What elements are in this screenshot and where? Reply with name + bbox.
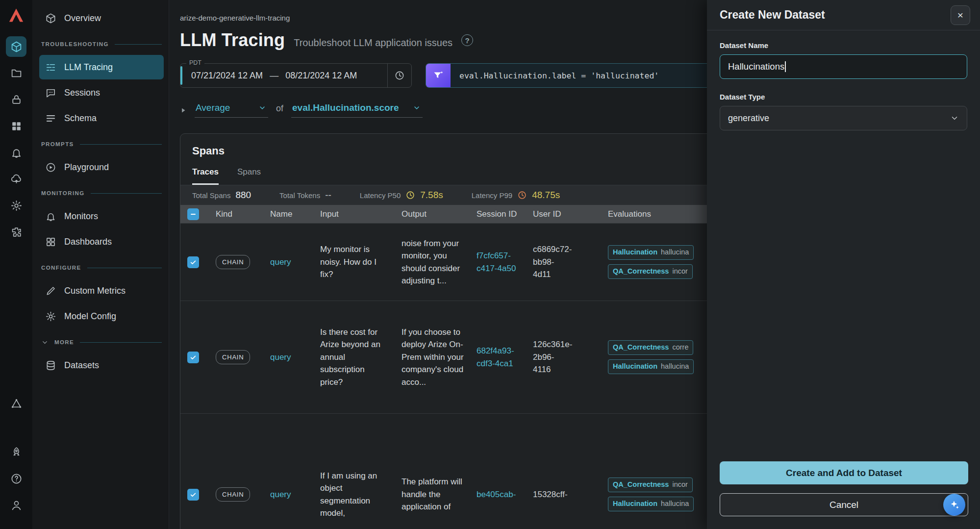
table-row[interactable]: CHAIN query If I am using an object segm… (180, 413, 792, 529)
sidebar-item-label: Playground (64, 162, 109, 173)
sidebar-item-datasets[interactable]: Datasets (39, 353, 164, 378)
sidebar-section-more[interactable]: MORE (39, 331, 164, 353)
of-label: of (276, 103, 283, 118)
time-settings-button[interactable] (388, 64, 411, 87)
metric-field-dropdown[interactable]: eval.Hallucination.score (291, 102, 423, 118)
kind-badge: CHAIN (216, 487, 250, 502)
column-header-session-id[interactable]: Session ID (477, 208, 533, 221)
chevron-down-icon (950, 114, 959, 123)
sidebar-section-configure: CONFIGURE (39, 257, 164, 278)
row-checkbox[interactable] (187, 256, 199, 268)
sidebar-item-schema[interactable]: Schema (39, 106, 164, 130)
filter-query-text[interactable]: eval.Hallucination.label = 'hallucinated… (451, 71, 659, 80)
sidebar-item-llm-tracing[interactable]: LLM Tracing (39, 55, 164, 79)
evaluation-badge[interactable]: Hallucinationhallucina (608, 497, 694, 511)
sidebar-item-label: Sessions (64, 88, 100, 98)
sidebar-item-overview[interactable]: Overview (39, 6, 164, 30)
user-id-cell: 15328cff- (533, 490, 568, 499)
sidebar-item-dashboards[interactable]: Dashboards (39, 229, 164, 254)
session-id-link[interactable]: f7cfc657- c417-4a50 (477, 251, 516, 273)
folder-icon (10, 67, 23, 79)
sidebar: Overview TROUBLESHOOTING LLM Tracing Ses… (32, 0, 169, 529)
bell-icon (10, 147, 23, 159)
schema-icon (45, 113, 56, 124)
pencil-icon (45, 285, 56, 297)
collapse-caret-icon[interactable] (180, 107, 187, 114)
help-circle-icon[interactable]: ? (461, 34, 473, 46)
close-icon[interactable]: × (951, 5, 970, 25)
session-id-link[interactable]: 682f4a93- cdf3-4ca1 (477, 346, 514, 368)
evaluation-badge[interactable]: QA_Correctnesscorre (608, 340, 693, 355)
column-header-user-id[interactable]: User ID (533, 208, 608, 221)
span-name-link[interactable]: query (270, 257, 291, 267)
evaluation-badge[interactable]: Hallucinationhallucina (608, 359, 694, 374)
dataset-name-input[interactable]: Hallucinations (720, 54, 967, 79)
date-range-end[interactable]: 08/21/2024 12 AM (285, 71, 357, 81)
trace-icon (45, 62, 56, 73)
sidebar-item-sessions[interactable]: Sessions (39, 80, 164, 105)
sidebar-item-model-config[interactable]: Model Config (39, 304, 164, 328)
input-cell: Is there cost for Arize beyond an annual… (320, 326, 383, 389)
column-header-input[interactable]: Input (320, 208, 402, 221)
arize-logo[interactable] (8, 7, 25, 24)
package-icon (10, 41, 23, 53)
chat-icon (45, 87, 56, 99)
create-dataset-drawer: Create New Dataset × Dataset Name Halluc… (707, 0, 980, 529)
rail-item-deploy[interactable] (6, 169, 26, 189)
kind-badge: CHAIN (216, 350, 250, 365)
rail-item-help[interactable] (6, 468, 26, 489)
spans-panel: Spans Traces Spans Total Spans 880 Total… (180, 133, 793, 529)
chevron-down-icon (413, 104, 421, 112)
span-name-link[interactable]: query (270, 353, 291, 362)
tab-traces[interactable]: Traces (192, 167, 219, 185)
row-checkbox[interactable] (187, 489, 199, 501)
column-header-name[interactable]: Name (270, 208, 320, 221)
sidebar-item-custom-metrics[interactable]: Custom Metrics (39, 278, 164, 303)
rail-item-package[interactable] (6, 36, 26, 57)
cube-icon (45, 13, 56, 24)
row-checkbox[interactable] (187, 352, 199, 363)
evaluation-badge[interactable]: QA_Correctnessincor (608, 478, 693, 492)
tab-spans[interactable]: Spans (237, 167, 261, 185)
ai-filter-button[interactable] (426, 64, 451, 87)
session-id-link[interactable]: be405cab- (477, 490, 516, 499)
column-header-output[interactable]: Output (402, 208, 477, 221)
sidebar-section-monitoring: MONITORING (39, 182, 164, 204)
ai-assistant-fab[interactable] (943, 494, 965, 516)
rail-item-alerts[interactable] (6, 142, 26, 163)
stat-latency-p99: Latency P99 48.75s (472, 190, 560, 201)
aggregation-dropdown[interactable]: Average (195, 102, 268, 118)
cancel-button[interactable]: Cancel (720, 493, 968, 516)
dataset-type-select[interactable]: generative (720, 106, 967, 130)
stat-latency-p50: Latency P50 7.58s (360, 190, 443, 201)
rail-item-integrations[interactable] (6, 222, 26, 242)
graphql-icon (10, 398, 23, 410)
rail-item-files[interactable] (6, 63, 26, 83)
create-and-add-button[interactable]: Create and Add to Dataset (720, 461, 968, 484)
rail-item-settings[interactable] (6, 195, 26, 216)
drawer-title: Create New Dataset (720, 8, 825, 22)
stats-bar: Total Spans 880 Total Tokens -- Latency … (180, 185, 792, 205)
span-name-link[interactable]: query (270, 490, 291, 499)
column-header-kind[interactable]: Kind (216, 208, 270, 221)
sidebar-item-label: Schema (64, 113, 97, 124)
chevron-down-icon (258, 104, 266, 112)
date-range-picker[interactable]: PDT 07/21/2024 12 AM — 08/21/2024 12 AM (180, 63, 412, 88)
database-icon (45, 360, 56, 371)
date-range-start[interactable]: 07/21/2024 12 AM (191, 71, 263, 81)
table-row[interactable]: CHAIN query My monitor is noisy. How do … (180, 223, 792, 301)
rail-item-quickstart[interactable] (6, 442, 26, 462)
sidebar-item-monitors[interactable]: Monitors (39, 204, 164, 228)
bell-icon (45, 211, 56, 222)
clock-icon (517, 190, 527, 200)
rail-item-security[interactable] (6, 89, 26, 110)
rail-item-apps[interactable] (6, 116, 26, 136)
select-all-checkbox[interactable] (187, 208, 199, 220)
evaluation-badge[interactable]: QA_Correctnessincor (608, 264, 693, 279)
sidebar-item-playground[interactable]: Playground (39, 155, 164, 179)
rail-item-graphql[interactable] (6, 394, 26, 414)
table-row[interactable]: CHAIN query Is there cost for Arize beyo… (180, 301, 792, 413)
sidebar-item-label: LLM Tracing (64, 62, 113, 73)
evaluation-badge[interactable]: Hallucinationhallucina (608, 245, 694, 260)
rail-item-account[interactable] (6, 495, 26, 515)
